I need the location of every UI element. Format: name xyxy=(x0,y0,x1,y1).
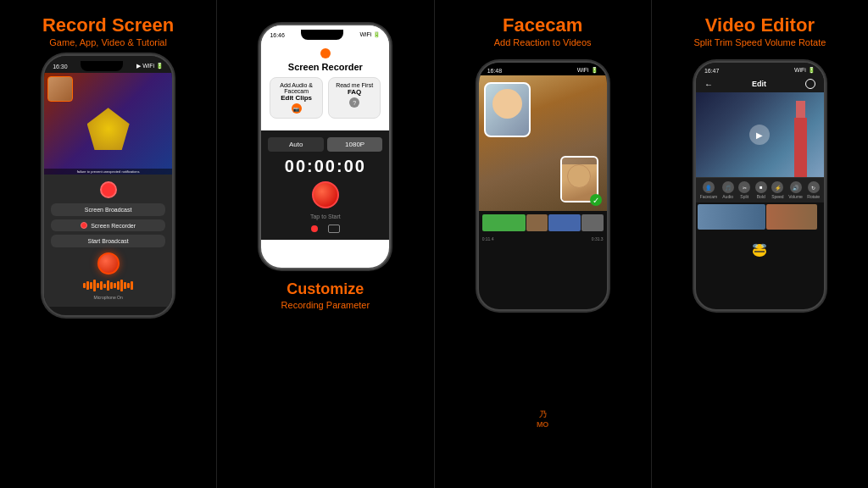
back-arrow-icon[interactable]: ← xyxy=(704,80,713,89)
timeline-labels: 0:11.4 0:31.3 xyxy=(479,235,607,243)
panel1-title: Record Screen xyxy=(42,15,174,36)
phone2-signal: WiFi 🔋 xyxy=(359,31,381,38)
facecam-overlay xyxy=(47,76,73,102)
record-circle[interactable] xyxy=(312,181,339,208)
edit-label: Edit xyxy=(713,80,805,88)
phone4-mockup: 16:47 WiFi 🔋 ← Edit ▶ 👤 Facecam 🎵 Audio xyxy=(694,61,826,311)
watermark: 乃MO xyxy=(537,409,549,429)
phone2-notch xyxy=(301,30,343,40)
record-icon xyxy=(100,181,117,198)
settings-icon[interactable] xyxy=(805,79,815,89)
split-tool[interactable]: ✂ Split xyxy=(738,181,750,199)
audio-tool-icon: 🎵 xyxy=(722,181,734,193)
panel3-subtitle: Add Reaction to Videos xyxy=(494,37,592,47)
phone2-status-bar: 16:46 WiFi 🔋 xyxy=(261,25,389,42)
screen-broadcast-btn[interactable]: Screen Broadcast xyxy=(51,203,165,216)
timer-display: 00:00:00 xyxy=(285,157,366,176)
phone3-mockup: 16:48 WiFi 🔋 ✓ 0:11.4 xyxy=(477,61,609,311)
faq-icon: ? xyxy=(349,97,359,108)
phone3-status-bar: 16:48 WiFi 🔋 xyxy=(479,63,607,75)
phone3-timeline xyxy=(479,211,607,235)
facecam-tool[interactable]: 👤 Facecam xyxy=(700,181,718,199)
tap-to-start-label: Tap to Start xyxy=(310,214,341,219)
phone2-mockup: 16:46 WiFi 🔋 Screen Recorder Add Audio &… xyxy=(259,24,391,269)
quality-1080p-btn[interactable]: 1080P xyxy=(327,137,383,152)
timeline-thumb-2 xyxy=(526,214,548,231)
speed-tool-icon: ⚡ xyxy=(771,181,783,193)
phone4-time: 16:47 xyxy=(704,68,720,74)
panel2-caption-sub: Recording Parameter xyxy=(281,300,370,310)
panel1-subtitle: Game, App, Video & Tutorial xyxy=(49,37,167,47)
panel2-caption: Customize xyxy=(287,281,364,298)
warning-text: failure to prevent unexpected notificati… xyxy=(44,169,172,175)
volume-tool-icon: 🔊 xyxy=(790,181,802,193)
char-shape xyxy=(87,108,130,150)
volume-tool[interactable]: 🔊 Volume xyxy=(788,181,803,199)
phone1-signal: ▶ WiFi 🔋 xyxy=(136,63,164,69)
panel-video-editor: Video Editor Split Trim Speed Volume Rot… xyxy=(651,0,868,488)
checkmark-icon: ✓ xyxy=(590,194,602,206)
tower-top xyxy=(796,101,805,118)
start-broadcast-btn[interactable]: Start Broadcast xyxy=(51,235,165,247)
panel-customize: 16:46 WiFi 🔋 Screen Recorder Add Audio &… xyxy=(216,0,433,488)
audio-tool[interactable]: 🎵 Audio xyxy=(722,181,734,199)
phone1-notch xyxy=(81,61,123,71)
panel-facecam: Facecam Add Reaction to Videos 16:48 WiF… xyxy=(434,0,651,488)
phone4-status-bar: 16:47 WiFi 🔋 xyxy=(696,63,824,75)
panel3-title: Facecam xyxy=(503,15,582,36)
rotate-tool-icon: ↻ xyxy=(808,181,820,193)
quality-auto-btn[interactable]: Auto xyxy=(268,137,324,152)
broadcast-controls: Screen Broadcast Screen Recorder Start B… xyxy=(44,175,172,307)
panel-record-screen: Record Screen Game, App, Video & Tutoria… xyxy=(0,0,216,488)
rec-buttons-row: Add Audio & Facecam Edit Clips 📷 Read me… xyxy=(270,77,381,119)
rotate-tool[interactable]: ↻ Rotate xyxy=(807,181,820,199)
reaction-overlay xyxy=(484,82,531,137)
bold-tool[interactable]: ■ Bold xyxy=(755,181,767,199)
split-tool-icon: ✂ xyxy=(738,181,750,193)
phone3-signal: WiFi 🔋 xyxy=(577,67,598,74)
phone3-time: 16:48 xyxy=(487,68,503,74)
red-dot-icon xyxy=(81,222,87,229)
phone2-content: Screen Recorder Add Audio & Facecam Edit… xyxy=(261,42,389,130)
facecam-tool-icon: 👤 xyxy=(703,181,715,193)
quality-row: Auto 1080P xyxy=(268,137,382,152)
screen-rec-title: Screen Recorder xyxy=(270,62,381,72)
stop-dot-icon xyxy=(311,225,318,232)
edit-bar: ← Edit xyxy=(696,75,824,92)
panel4-title: Video Editor xyxy=(705,15,815,36)
waveform xyxy=(57,280,160,291)
camera-box-icon xyxy=(328,225,340,233)
phone2-time: 16:46 xyxy=(270,32,285,38)
p4-thumb-warm xyxy=(766,204,817,230)
bee-icon xyxy=(748,238,771,262)
mic-label: Microphone On xyxy=(94,295,123,300)
p4-thumb-city xyxy=(698,204,765,230)
phone4-signal: WiFi 🔋 xyxy=(794,67,815,74)
timeline-thumb-3 xyxy=(548,214,581,231)
person-face-main xyxy=(567,164,591,188)
play-button[interactable]: ▶ xyxy=(749,125,770,145)
phone4-timeline xyxy=(696,202,824,231)
timeline-thumb-1 xyxy=(482,214,526,231)
panel4-subtitle: Split Trim Speed Volume Rotate xyxy=(693,37,826,47)
bottom-icons-row xyxy=(311,225,340,233)
phone1-mockup: 16:30 ▶ WiFi 🔋 failure to prevent unexpe… xyxy=(42,54,174,317)
add-audio-facecam-btn[interactable]: Add Audio & Facecam Edit Clips 📷 xyxy=(270,77,323,119)
gear-icon xyxy=(320,48,331,58)
watermark-area xyxy=(696,231,824,272)
main-video-area: ✓ xyxy=(479,75,607,211)
game-character xyxy=(83,103,134,154)
faq-btn[interactable]: Read me First FAQ ? xyxy=(328,77,381,119)
toolbar: 👤 Facecam 🎵 Audio ✂ Split ■ Bold ⚡ Speed… xyxy=(696,177,824,202)
screen-recorder-btn[interactable]: Screen Recorder xyxy=(51,219,165,231)
phone1-status-bar: 16:30 ▶ WiFi 🔋 xyxy=(44,56,172,73)
audio-wave xyxy=(51,252,165,274)
person-face-reaction xyxy=(492,89,522,119)
tower-shape xyxy=(794,118,807,177)
big-record-button[interactable] xyxy=(97,252,120,274)
phone2-recording-section: Auto 1080P 00:00:00 Tap to Start xyxy=(261,130,389,240)
timeline-thumb-4 xyxy=(581,214,603,231)
video-preview: ▶ xyxy=(696,92,824,177)
speed-tool[interactable]: ⚡ Speed xyxy=(771,181,783,199)
camera-icon: 📷 xyxy=(292,103,302,114)
